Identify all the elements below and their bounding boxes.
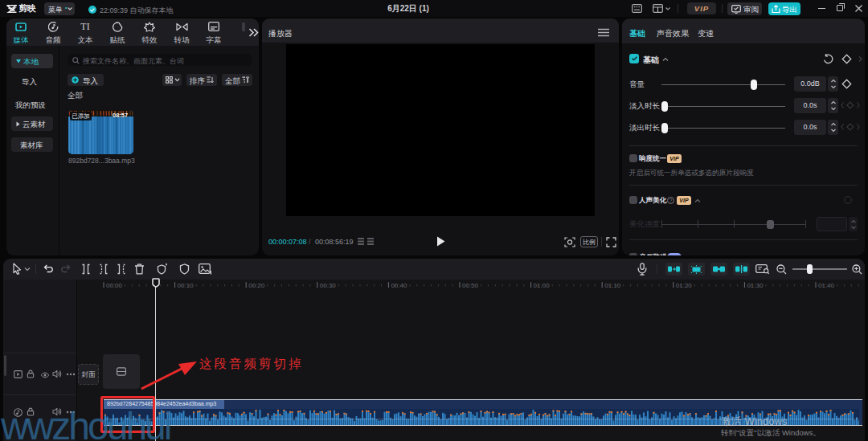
svg-text:00:20: 00:20 <box>248 282 265 289</box>
svg-text:01:20: 01:20 <box>676 282 693 289</box>
svg-text:01:10: 01:10 <box>604 282 621 289</box>
svg-text:01:00: 01:00 <box>534 282 551 289</box>
svg-text:01:40: 01:40 <box>818 282 835 289</box>
svg-text:00:10: 00:10 <box>178 282 194 289</box>
svg-text:00:40: 00:40 <box>391 282 407 289</box>
svg-text:00:00: 00:00 <box>106 282 123 289</box>
svg-text:01:30: 01:30 <box>747 282 764 289</box>
svg-text:00:30: 00:30 <box>320 282 337 289</box>
svg-text:00:50: 00:50 <box>462 282 479 289</box>
